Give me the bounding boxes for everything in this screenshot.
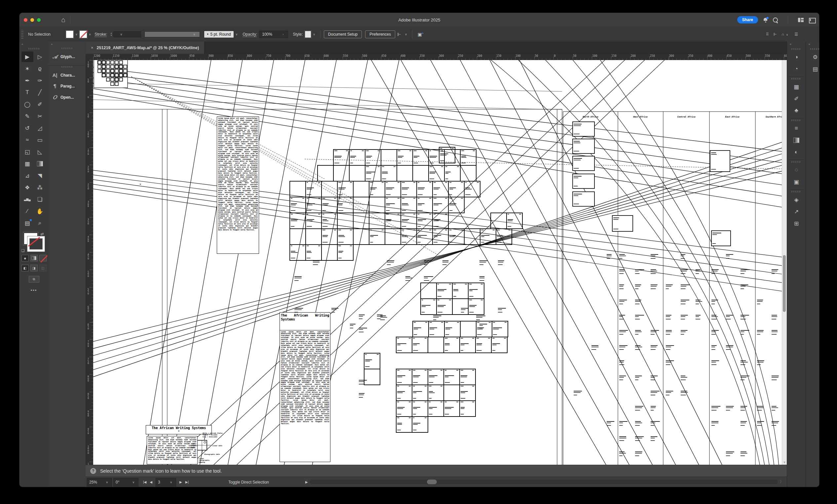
- pen-tool[interactable]: ✒: [21, 75, 33, 86]
- shape-builder-tool[interactable]: ◱: [21, 147, 33, 157]
- libraries-panel-icon[interactable]: ▤: [806, 63, 819, 75]
- horizontal-scrollbar-thumb[interactable]: [427, 480, 437, 484]
- brush-definition-field[interactable]: • 5 pt. Round: [204, 31, 234, 38]
- selection-tool[interactable]: ▶: [21, 52, 33, 62]
- toolbar-grip[interactable]: [29, 48, 40, 50]
- slice-tool[interactable]: ∕: [21, 206, 33, 217]
- appearance-panel-icon[interactable]: ◌: [787, 164, 806, 176]
- gradient-fill-button[interactable]: [30, 255, 38, 261]
- color-panel-icon[interactable]: ◑: [787, 51, 806, 63]
- previous-artboard-icon[interactable]: ◀: [150, 480, 152, 484]
- paintbrush-tool[interactable]: ✐: [34, 99, 46, 110]
- stroke-color-swatch[interactable]: [79, 30, 87, 38]
- minimize-window-button[interactable]: [30, 18, 34, 22]
- document-tab[interactable]: × 251219_ANRT_AWS-Map.ai* @ 25 % (CMYK/O…: [86, 42, 204, 54]
- opacity-field[interactable]: 100% ›: [259, 31, 288, 38]
- properties-panel-icon[interactable]: ⚙: [806, 51, 819, 63]
- zoom-window-button[interactable]: [37, 18, 41, 22]
- chevron-down-icon[interactable]: ∨: [236, 33, 238, 36]
- blend-tool[interactable]: ❖: [21, 182, 33, 193]
- workspace-switcher-icon[interactable]: [798, 18, 804, 22]
- collapse-toolbar-icon[interactable]: «: [19, 42, 48, 47]
- width-tool[interactable]: ≈: [21, 135, 33, 145]
- measure-tool[interactable]: ⊿: [21, 170, 33, 181]
- color-guide-panel-icon[interactable]: ◔: [787, 63, 806, 75]
- export-panel-icon[interactable]: ↗: [787, 206, 806, 218]
- snap-options-icon[interactable]: ⊩: [773, 32, 777, 37]
- chevron-down-icon[interactable]: ∨: [313, 33, 315, 36]
- artwork-canvas[interactable]: × Lorem ipsum dolor sit amet, consectetu…: [93, 60, 787, 465]
- dock-grip[interactable]: [61, 48, 73, 49]
- print-tiling-tool[interactable]: ▤: [21, 218, 33, 228]
- swatches-panel-icon[interactable]: ▦: [787, 81, 806, 93]
- eyedropper-tool[interactable]: ◥: [34, 170, 46, 181]
- edit-toolbar-icon[interactable]: •••: [19, 288, 48, 293]
- variable-width-profile-field[interactable]: ∨: [144, 31, 200, 37]
- sidebar-item-opentype[interactable]: 𝑂 Open...: [48, 92, 86, 103]
- hand-tool[interactable]: ✋: [34, 206, 46, 217]
- stroke-weight-stepper[interactable]: ∧∨: [110, 32, 112, 36]
- rotation-select[interactable]: 0° ∨: [113, 478, 139, 486]
- scroll-left-icon[interactable]: 〈: [304, 479, 307, 484]
- chevron-down-icon[interactable]: ∨: [89, 33, 91, 36]
- horizontal-scrollbar[interactable]: 〈 〉: [304, 479, 783, 485]
- align-grid-icon[interactable]: ⠿: [766, 32, 769, 37]
- scroll-down-icon[interactable]: ∨: [782, 460, 787, 465]
- search-icon[interactable]: [773, 18, 778, 22]
- ruler-origin-corner[interactable]: [86, 54, 93, 60]
- ellipse-tool[interactable]: ◯: [21, 99, 33, 110]
- symbols-panel-icon[interactable]: ♣: [787, 105, 806, 116]
- style-swatch[interactable]: [305, 31, 311, 38]
- preferences-button[interactable]: Preferences: [365, 30, 395, 38]
- artboard-tool[interactable]: ❏: [34, 194, 46, 205]
- lasso-tool[interactable]: ϱ: [34, 63, 46, 74]
- chevron-down-icon[interactable]: ∨: [75, 33, 78, 36]
- notifications-bell-icon[interactable]: [763, 18, 768, 22]
- sidebar-item-character[interactable]: A| Chara...: [48, 70, 86, 80]
- list-view-icon[interactable]: ☰: [795, 32, 798, 37]
- panel-grip[interactable]: [21, 30, 23, 39]
- lorem-text-column[interactable]: Lorem ipsum dolor sit amet, consectetuer…: [217, 116, 259, 254]
- draw-behind-button[interactable]: ◨: [30, 265, 38, 271]
- symbol-sprayer-tool[interactable]: ⁂: [34, 182, 46, 193]
- home-icon[interactable]: ⌂: [61, 16, 66, 24]
- curvature-tool[interactable]: ✑: [34, 75, 46, 86]
- horizontal-ruler[interactable]: 1200115011001050100095090085080075070065…: [93, 54, 787, 60]
- pencil-tool[interactable]: ✎: [21, 111, 33, 122]
- document-arrangement-icon[interactable]: [809, 18, 815, 22]
- expand-dock-icon[interactable]: »: [48, 42, 86, 47]
- line-segment-tool[interactable]: ╱: [34, 87, 46, 98]
- close-tab-icon[interactable]: ×: [91, 45, 93, 50]
- sidebar-item-glyphs[interactable]: 𝒜 Glyph...: [48, 51, 86, 62]
- map-description-block[interactable]: The African Writing Systems Lorem ipsum …: [280, 312, 331, 462]
- color-fill-button[interactable]: ■: [21, 255, 29, 261]
- artboard-number-select[interactable]: 3 ∨: [156, 478, 176, 486]
- scale-tool[interactable]: ◿: [34, 123, 46, 133]
- draw-inside-button[interactable]: ◫: [39, 265, 47, 271]
- stroke-label[interactable]: Stroke:: [94, 32, 107, 37]
- screen-mode-button[interactable]: ⧉: [29, 276, 39, 282]
- question-mark-icon[interactable]: ?: [90, 468, 96, 474]
- share-button[interactable]: Share: [737, 16, 758, 23]
- horizontal-scrollbar-track[interactable]: [309, 480, 778, 484]
- opacity-label[interactable]: Opacity:: [243, 32, 257, 37]
- isolate-selected-object-icon[interactable]: ⊩: [397, 32, 401, 37]
- vertical-scrollbar[interactable]: ∨: [782, 60, 787, 465]
- gradient-panel-icon[interactable]: [787, 134, 806, 146]
- draw-normal-button[interactable]: ◧: [21, 265, 29, 271]
- scissors-tool[interactable]: ✂: [34, 111, 46, 122]
- layers-panel-icon[interactable]: ◈: [787, 194, 806, 206]
- stroke-swatch[interactable]: [28, 236, 44, 251]
- last-artboard-icon[interactable]: ▶|: [185, 480, 189, 484]
- column-graph-tool[interactable]: ▃▆▄: [21, 194, 33, 205]
- stroke-panel-icon[interactable]: ≡: [787, 123, 806, 134]
- mesh-tool[interactable]: ▦: [21, 158, 33, 169]
- document-setup-button[interactable]: Document Setup: [324, 30, 362, 38]
- sidebar-item-paragraph[interactable]: ¶ Parag...: [48, 80, 86, 92]
- direct-selection-tool[interactable]: ▷: [34, 52, 46, 62]
- collapse-dock-icon[interactable]: «: [806, 42, 819, 47]
- rotate-tool[interactable]: ↺: [21, 123, 33, 133]
- zoom-level-select[interactable]: 25% ∨: [87, 478, 112, 486]
- vertical-scrollbar-thumb[interactable]: [783, 255, 786, 312]
- scroll-right-icon[interactable]: 〉: [780, 479, 783, 484]
